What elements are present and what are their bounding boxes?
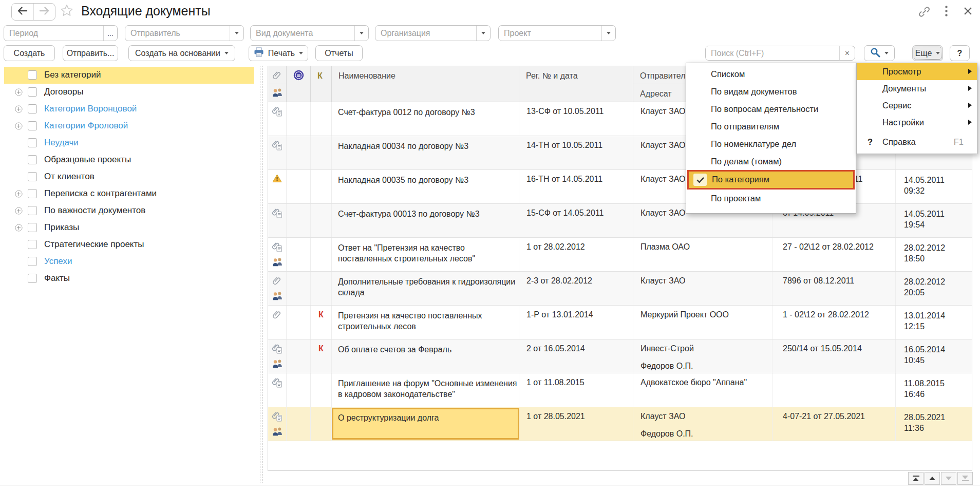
view-menu-item[interactable]: Списком <box>686 65 856 83</box>
document-name-cell[interactable]: Счет-фактура 00013 по договору №3 <box>332 204 519 237</box>
create-button[interactable]: Создать <box>4 45 55 61</box>
create-based-on-button[interactable]: Создать на основании <box>128 45 235 61</box>
document-name-cell[interactable]: О реструктуризации долга <box>332 408 519 440</box>
category-checkbox[interactable] <box>28 274 37 283</box>
dropdown-caret-icon[interactable] <box>476 26 490 41</box>
print-button[interactable]: Печать <box>249 45 308 61</box>
more-menu-item[interactable]: ? Справка F1 <box>857 131 977 153</box>
category-checkbox[interactable] <box>28 257 37 266</box>
project-filter[interactable]: Проект <box>498 25 616 41</box>
more-menu-item[interactable]: Просмотр <box>857 63 977 80</box>
search-clear-button[interactable]: × <box>839 46 855 60</box>
reports-button[interactable]: Отчеты <box>315 45 363 61</box>
more-menu-item[interactable]: Документы <box>857 80 977 97</box>
more-button[interactable]: Еще <box>912 45 943 61</box>
document-name-cell[interactable]: Дополнительные требования к гидроизоляци… <box>332 272 519 305</box>
attachment-column-header[interactable] <box>268 66 287 102</box>
table-row[interactable]: Дополнительные требования к гидроизоляци… <box>268 272 972 306</box>
close-icon[interactable] <box>964 7 972 17</box>
scroll-up-button[interactable] <box>925 472 940 485</box>
dropdown-caret-icon[interactable] <box>601 26 615 41</box>
scroll-top-button[interactable] <box>908 472 924 485</box>
reg-column-header[interactable]: Рег. № и дата <box>519 66 633 102</box>
sidebar-category-item[interactable]: По важности документов <box>4 202 254 219</box>
view-menu-item[interactable]: По делам (томам) <box>686 153 856 170</box>
table-row[interactable]: Ответ на "Претензия на качество поставле… <box>268 238 972 272</box>
search-button[interactable] <box>864 45 895 61</box>
view-menu-item[interactable]: По номенклатуре дел <box>686 135 856 153</box>
document-name-cell[interactable]: Ответ на "Претензия на качество поставле… <box>332 238 519 271</box>
sidebar-category-item[interactable]: Переписка с контрагентами <box>4 185 254 202</box>
category-checkbox[interactable] <box>28 240 37 249</box>
scroll-bottom-button[interactable] <box>957 472 973 485</box>
expand-icon[interactable] <box>15 207 23 217</box>
category-checkbox[interactable] <box>28 70 37 80</box>
document-name-cell[interactable]: Претензия на качество поставленных строи… <box>332 306 519 339</box>
help-button[interactable]: ? <box>950 45 970 61</box>
k-column-header[interactable]: К <box>311 66 332 102</box>
organization-filter[interactable]: Организация <box>375 25 491 41</box>
document-name-cell[interactable]: Об оплате счетов за Февраль <box>332 339 519 373</box>
category-checkbox[interactable] <box>28 172 37 181</box>
expand-icon[interactable] <box>15 88 23 98</box>
dropdown-caret-icon[interactable] <box>354 26 368 41</box>
favorite-star-icon[interactable] <box>60 4 74 20</box>
document-name-cell[interactable]: Приглашение на форум "Основные изменения… <box>332 373 519 407</box>
document-name-cell[interactable]: Счет-фактура 0012 по договору №3 <box>332 102 519 136</box>
category-checkbox[interactable] <box>28 138 37 147</box>
name-column-header[interactable]: Наименование <box>332 66 519 102</box>
table-row[interactable]: Приглашение на форум "Основные изменения… <box>268 373 972 407</box>
period-filter[interactable]: Период ... <box>4 25 118 41</box>
dropdown-caret-icon[interactable] <box>230 26 243 41</box>
scroll-down-button[interactable] <box>941 472 956 485</box>
category-checkbox[interactable] <box>28 121 37 130</box>
category-checkbox[interactable] <box>28 223 37 232</box>
table-row[interactable]: К Об оплате счетов за Февраль 2 от 16.05… <box>268 339 972 373</box>
document-name-cell[interactable]: Накладная 00035 по договору №3 <box>332 170 519 203</box>
back-button[interactable] <box>12 4 34 20</box>
category-checkbox[interactable] <box>28 206 37 215</box>
document-name-cell[interactable]: Накладная 00034 по договору №3 <box>332 136 519 169</box>
send-button[interactable]: Отправить... <box>63 45 118 61</box>
period-ellipsis-button[interactable]: ... <box>103 26 117 41</box>
sidebar-category-item[interactable]: Категории Фроловой <box>4 118 254 135</box>
kebab-menu-icon[interactable] <box>945 6 948 18</box>
table-row[interactable]: Счет-фактура 00013 по договору №3 15-СФ … <box>268 204 972 238</box>
expand-icon[interactable] <box>15 122 23 132</box>
category-checkbox[interactable] <box>28 104 37 113</box>
view-menu-item[interactable]: По категориям <box>687 170 855 190</box>
forward-button[interactable] <box>34 4 55 20</box>
view-menu-item[interactable]: По проектам <box>686 190 856 207</box>
sidebar-category-item[interactable]: Успехи <box>4 253 254 270</box>
view-menu-item[interactable]: По видам документов <box>686 83 856 100</box>
signature-column-header[interactable] <box>287 66 311 102</box>
get-link-icon[interactable] <box>917 5 931 21</box>
table-row[interactable]: К Претензия на качество поставленных стр… <box>268 306 972 339</box>
sidebar-category-item[interactable]: Без категорий <box>4 67 254 84</box>
sidebar-category-item[interactable]: Приказы <box>4 219 254 236</box>
sidebar-category-item[interactable]: Договоры <box>4 84 254 101</box>
view-menu-item[interactable]: По отправителям <box>686 118 856 135</box>
category-checkbox[interactable] <box>28 155 37 164</box>
search-input[interactable] <box>706 46 839 60</box>
table-row[interactable]: О реструктуризации долга 1 от 28.05.2021… <box>268 407 972 441</box>
sidebar-category-item[interactable]: Стратегические проекты <box>4 236 254 253</box>
sender-filter[interactable]: Отправитель <box>125 25 244 41</box>
more-menu-item[interactable]: Настройки <box>857 114 977 131</box>
table-row[interactable]: Накладная 00035 по договору №3 16-ТН от … <box>268 170 972 204</box>
sidebar-category-item[interactable]: От клиентов <box>4 168 254 185</box>
more-menu-item[interactable]: Сервис <box>857 97 977 114</box>
category-checkbox[interactable] <box>28 189 37 198</box>
signature-cell <box>287 407 311 441</box>
expand-icon[interactable] <box>15 190 23 200</box>
sidebar-category-item[interactable]: Категории Воронцовой <box>4 101 254 118</box>
sidebar-category-item[interactable]: Факты <box>4 270 254 287</box>
expand-icon[interactable] <box>15 105 23 115</box>
category-checkbox[interactable] <box>28 87 37 97</box>
expand-icon[interactable] <box>15 224 23 234</box>
doc-type-filter[interactable]: Вид документа <box>250 25 369 41</box>
view-menu-item[interactable]: По вопросам деятельности <box>686 100 856 118</box>
sidebar-category-item[interactable]: Образцовые проекты <box>4 152 254 168</box>
panel-splitter[interactable] <box>260 66 263 483</box>
sidebar-category-item[interactable]: Неудачи <box>4 135 254 152</box>
